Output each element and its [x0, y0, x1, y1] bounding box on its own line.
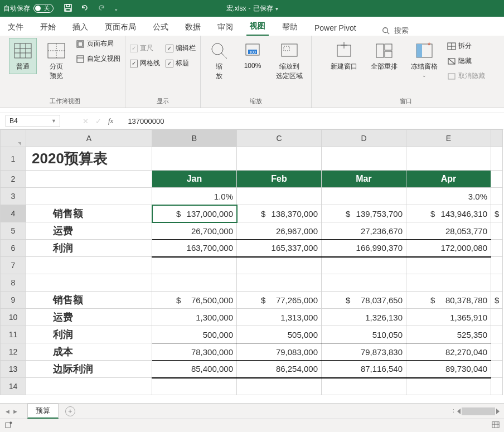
cell[interactable]: 26,700,000: [152, 222, 237, 240]
tab-home[interactable]: 开始: [37, 19, 59, 36]
col-header-D[interactable]: D: [322, 130, 406, 147]
cell[interactable]: Apr: [406, 171, 491, 188]
row-header[interactable]: 4: [1, 205, 26, 222]
tell-me-search[interactable]: 搜索: [382, 26, 409, 36]
tab-file[interactable]: 文件: [4, 19, 27, 36]
page-break-button[interactable]: 分页 预览: [42, 38, 70, 84]
save-icon[interactable]: [64, 3, 72, 14]
row-header[interactable]: 14: [1, 378, 26, 395]
record-macro-icon[interactable]: [4, 421, 12, 430]
cell[interactable]: 销售额: [26, 205, 152, 222]
tab-insert[interactable]: 插入: [69, 19, 91, 36]
cell[interactable]: $ 143,946,310: [406, 205, 491, 222]
cell[interactable]: $ 138,370,000: [237, 205, 322, 222]
tab-data[interactable]: 数据: [182, 19, 204, 36]
cell[interactable]: 505,000: [237, 326, 322, 343]
cell[interactable]: 89,730,040: [406, 361, 491, 378]
formula-bar-checkbox[interactable]: ✓编辑栏: [166, 42, 196, 54]
cell[interactable]: Jan: [152, 171, 237, 188]
row-header[interactable]: 7: [1, 257, 26, 274]
cell[interactable]: 86,254,000: [237, 361, 322, 378]
sheet-tab-active[interactable]: 预算: [27, 404, 59, 419]
cell[interactable]: 1,300,000: [152, 309, 237, 326]
freeze-panes-button[interactable]: * 冻结窗格 ⌄: [407, 38, 442, 81]
row-header[interactable]: 2: [1, 171, 26, 188]
cell[interactable]: 87,116,540: [322, 361, 406, 378]
ruler-checkbox[interactable]: ✓直尺: [130, 42, 160, 54]
document-title[interactable]: 宏.xlsx - 已保存 ▾: [226, 4, 278, 13]
cell[interactable]: 边际利润: [26, 361, 152, 378]
cell[interactable]: $ 76,500,000: [152, 292, 237, 309]
cell[interactable]: 3.0%: [406, 188, 491, 205]
cell[interactable]: 1,365,910: [406, 309, 491, 326]
cell[interactable]: 27,236,670: [322, 222, 406, 240]
cell-B4-active[interactable]: $ 137,000,000: [152, 205, 237, 222]
cell[interactable]: 79,083,000: [237, 343, 322, 361]
cell[interactable]: 525,350: [406, 326, 491, 343]
page-layout-button[interactable]: 页面布局: [76, 38, 120, 50]
col-header-B[interactable]: B: [152, 130, 237, 147]
row-header[interactable]: 8: [1, 274, 26, 292]
split-button[interactable]: 拆分: [447, 40, 485, 52]
cell[interactable]: 28,053,770: [406, 222, 491, 240]
view-normal-icon[interactable]: [492, 421, 500, 430]
row-header[interactable]: 1: [1, 147, 26, 171]
fx-icon[interactable]: fx: [108, 117, 113, 125]
cell[interactable]: [26, 171, 152, 188]
tab-layout[interactable]: 页面布局: [101, 19, 139, 36]
add-sheet-button[interactable]: +: [65, 406, 75, 416]
cell[interactable]: 利润: [26, 240, 152, 257]
normal-view-button[interactable]: 普通: [9, 38, 37, 74]
sheet-nav-buttons[interactable]: ◄ ►: [4, 408, 18, 415]
gridlines-checkbox[interactable]: ✓网格线: [130, 57, 160, 69]
formula-bar[interactable]: 137000000: [113, 117, 504, 125]
cell[interactable]: 500,000: [152, 326, 237, 343]
cell[interactable]: $ 80,378,780: [406, 292, 491, 309]
tab-formulas[interactable]: 公式: [149, 19, 172, 36]
cell[interactable]: $ 139,753,700: [322, 205, 406, 222]
arrange-all-button[interactable]: 全部重排: [367, 38, 401, 74]
redo-icon[interactable]: [97, 3, 106, 14]
cell[interactable]: 165,337,000: [237, 240, 322, 257]
cell[interactable]: 运费: [26, 222, 152, 240]
zoom-selection-button[interactable]: 缩放到 选定区域: [272, 38, 307, 84]
cell[interactable]: 172,000,080: [406, 240, 491, 257]
cell[interactable]: 163,700,000: [152, 240, 237, 257]
new-window-button[interactable]: 新建窗口: [327, 38, 361, 74]
zoom-button[interactable]: 缩 放: [205, 38, 233, 84]
cell[interactable]: 79,873,830: [322, 343, 406, 361]
autosave-toggle[interactable]: 自动保存 关: [3, 4, 54, 13]
cell[interactable]: 510,050: [322, 326, 406, 343]
cell[interactable]: 利润: [26, 326, 152, 343]
cell[interactable]: 26,967,000: [237, 222, 322, 240]
tab-powerpivot[interactable]: Power Pivot: [311, 20, 360, 36]
tab-view[interactable]: 视图: [246, 18, 269, 36]
horizontal-scrollbar[interactable]: ⋮: [451, 407, 500, 415]
custom-views-button[interactable]: 自定义视图: [76, 53, 120, 65]
spreadsheet-grid[interactable]: A B C D E 12020预算表 2 Jan Feb Mar Apr 31.…: [0, 129, 504, 403]
col-header-F[interactable]: [491, 130, 503, 147]
hide-button[interactable]: 隐藏: [447, 55, 485, 67]
row-header[interactable]: 11: [1, 326, 26, 343]
cell[interactable]: 销售额: [26, 292, 152, 309]
row-header[interactable]: 3: [1, 188, 26, 205]
cell[interactable]: 1.0%: [152, 188, 237, 205]
row-header[interactable]: 10: [1, 309, 26, 326]
col-header-C[interactable]: C: [237, 130, 322, 147]
cell[interactable]: 85,400,000: [152, 361, 237, 378]
headings-checkbox[interactable]: ✓标题: [166, 57, 196, 69]
cell[interactable]: 2020预算表: [26, 147, 152, 171]
undo-icon[interactable]: [80, 3, 89, 14]
cell[interactable]: $: [491, 292, 503, 309]
row-header[interactable]: 12: [1, 343, 26, 361]
cell[interactable]: 1,313,000: [237, 309, 322, 326]
row-header[interactable]: 6: [1, 240, 26, 257]
tab-help[interactable]: 帮助: [279, 19, 301, 36]
cell[interactable]: 运费: [26, 309, 152, 326]
col-header-A[interactable]: A: [26, 130, 152, 147]
cell[interactable]: $ 77,265,000: [237, 292, 322, 309]
row-header[interactable]: 13: [1, 361, 26, 378]
tab-review[interactable]: 审阅: [214, 19, 236, 36]
cell[interactable]: Mar: [322, 171, 406, 188]
row-header[interactable]: 9: [1, 292, 26, 309]
